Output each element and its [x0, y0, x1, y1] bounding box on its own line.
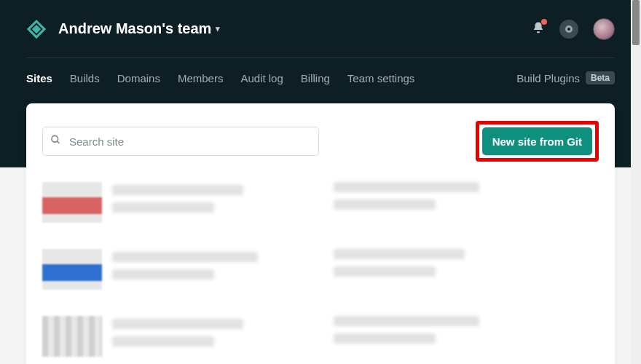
tab-team-settings[interactable]: Team settings [347, 72, 415, 84]
annotation-highlight: New site from Git [476, 121, 599, 162]
tab-sites[interactable]: Sites [26, 72, 52, 84]
site-thumbnail [42, 249, 102, 290]
tab-builds[interactable]: Builds [70, 72, 100, 84]
site-meta-redacted [334, 249, 465, 277]
site-meta-redacted [112, 316, 243, 347]
site-item[interactable] [334, 316, 599, 357]
site-meta-redacted [334, 182, 479, 210]
tab-members[interactable]: Members [178, 72, 224, 84]
search-wrap [42, 127, 319, 156]
notification-dot [541, 19, 547, 25]
sites-card: New site from Git [26, 103, 615, 364]
notifications-icon[interactable] [532, 21, 545, 37]
new-site-from-git-button[interactable]: New site from Git [482, 127, 592, 155]
scrollbar-thumb[interactable] [632, 0, 640, 45]
avatar[interactable] [593, 18, 615, 40]
site-meta-redacted [112, 182, 243, 213]
site-item[interactable] [42, 182, 307, 223]
site-meta-redacted [112, 249, 258, 280]
netlify-logo[interactable] [26, 19, 47, 39]
site-item[interactable] [42, 316, 307, 357]
team-name-label: Andrew Mason's team [58, 20, 211, 37]
team-nav-tabs: Sites Builds Domains Members Audit log B… [26, 58, 615, 98]
search-icon [50, 135, 61, 149]
site-item[interactable] [334, 249, 599, 290]
header-bar: Andrew Mason's team ▾ [26, 0, 615, 58]
tab-domains[interactable]: Domains [117, 72, 160, 84]
tab-billing[interactable]: Billing [301, 72, 330, 84]
site-thumbnail [42, 182, 102, 223]
build-plugins-label: Build Plugins [516, 72, 580, 84]
chevron-down-icon: ▾ [216, 24, 220, 33]
svg-line-4 [57, 141, 59, 143]
site-meta-redacted [334, 316, 479, 344]
team-switcher[interactable]: Andrew Mason's team ▾ [58, 20, 220, 37]
search-input[interactable] [42, 127, 319, 156]
site-item[interactable] [42, 249, 307, 290]
site-item[interactable] [334, 182, 599, 223]
build-plugins-link[interactable]: Build Plugins Beta [516, 71, 615, 84]
beta-badge: Beta [586, 71, 615, 84]
tab-audit-log[interactable]: Audit log [240, 72, 283, 84]
site-thumbnail [42, 316, 102, 357]
svg-point-3 [52, 135, 58, 142]
scrollbar-track[interactable] [631, 0, 641, 364]
settings-icon[interactable] [559, 20, 578, 39]
